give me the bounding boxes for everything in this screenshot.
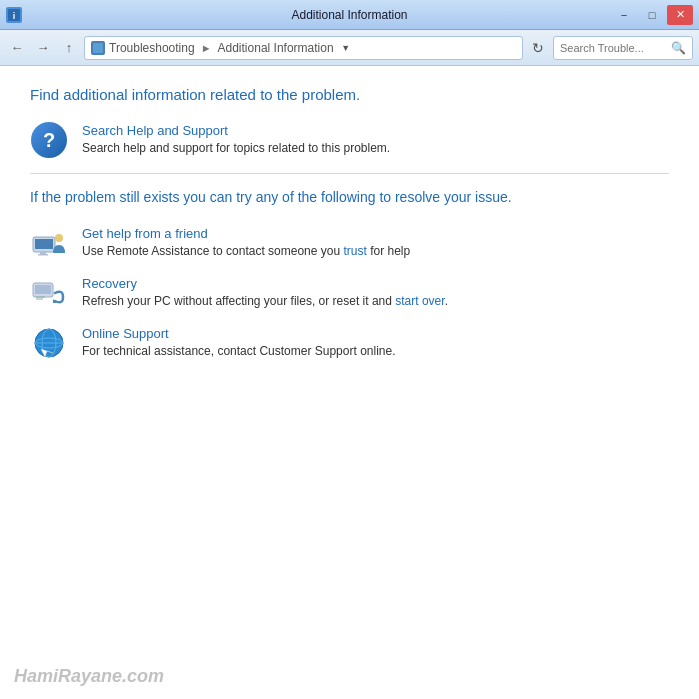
maximize-button[interactable]: □	[639, 5, 665, 25]
search-input[interactable]	[560, 42, 667, 54]
friend-icon	[30, 224, 68, 262]
svg-rect-5	[40, 252, 46, 254]
recovery-desc: Refresh your PC without affecting your f…	[82, 294, 448, 308]
globe-svg-icon	[31, 325, 67, 361]
friend-help-link[interactable]: Get help from a friend	[82, 226, 208, 241]
close-button[interactable]: ✕	[667, 5, 693, 25]
svg-point-7	[55, 234, 63, 242]
search-bar[interactable]: 🔍	[553, 36, 693, 60]
recovery-highlight: start over	[395, 294, 444, 308]
breadcrumb-separator: ►	[201, 42, 212, 54]
title-controls: − □ ✕	[611, 5, 693, 25]
recovery-icon	[30, 274, 68, 312]
svg-rect-9	[35, 285, 51, 294]
section-divider	[30, 173, 669, 174]
friend-highlight: trust	[343, 244, 366, 258]
online-support-section: Online Support For technical assistance,…	[30, 324, 669, 362]
question-circle-icon: ?	[31, 122, 67, 158]
friend-help-text: Get help from a friend Use Remote Assist…	[82, 224, 410, 258]
address-icon	[91, 41, 105, 55]
recovery-svg-icon	[31, 275, 67, 311]
address-dropdown-button[interactable]: ▼	[338, 36, 354, 60]
minimize-button[interactable]: −	[611, 5, 637, 25]
content-area: Find additional information related to t…	[0, 66, 699, 699]
forward-button[interactable]: →	[32, 37, 54, 59]
search-icon[interactable]: 🔍	[671, 41, 686, 55]
app-icon: i	[6, 7, 22, 23]
nav-bar: ← → ↑ Troubleshooting ► Additional Infor…	[0, 30, 699, 66]
back-button[interactable]: ←	[6, 37, 28, 59]
recovery-text: Recovery Refresh your PC without affecti…	[82, 274, 448, 308]
window-title: Additional Information	[291, 8, 407, 22]
friend-help-section: Get help from a friend Use Remote Assist…	[30, 224, 669, 262]
recovery-link[interactable]: Recovery	[82, 276, 137, 291]
svg-rect-4	[35, 239, 53, 249]
friend-svg-icon	[31, 225, 67, 261]
svg-text:i: i	[13, 11, 16, 21]
online-support-link[interactable]: Online Support	[82, 326, 169, 341]
search-help-section: ? Search Help and Support Search help an…	[30, 121, 669, 159]
online-support-text: Online Support For technical assistance,…	[82, 324, 396, 358]
recovery-section: Recovery Refresh your PC without affecti…	[30, 274, 669, 312]
address-bar[interactable]: Troubleshooting ► Additional Information…	[84, 36, 523, 60]
online-support-desc: For technical assistance, contact Custom…	[82, 344, 396, 358]
globe-icon	[30, 324, 68, 362]
search-help-desc: Search help and support for topics relat…	[82, 141, 390, 155]
search-help-link[interactable]: Search Help and Support	[82, 123, 228, 138]
refresh-button[interactable]: ↻	[527, 37, 549, 59]
question-icon: ?	[30, 121, 68, 159]
up-button[interactable]: ↑	[58, 37, 80, 59]
sub-heading: If the problem still exists you can try …	[30, 188, 669, 208]
breadcrumb-troubleshooting: Troubleshooting	[109, 41, 195, 55]
svg-rect-6	[38, 254, 48, 256]
breadcrumb-additional-info: Additional Information	[218, 41, 334, 55]
title-bar: i Additional Information − □ ✕	[0, 0, 699, 30]
search-help-text: Search Help and Support Search help and …	[82, 121, 390, 155]
friend-help-desc: Use Remote Assistance to contact someone…	[82, 244, 410, 258]
main-heading: Find additional information related to t…	[30, 86, 669, 103]
title-bar-left: i	[6, 7, 22, 23]
svg-rect-2	[93, 43, 103, 53]
